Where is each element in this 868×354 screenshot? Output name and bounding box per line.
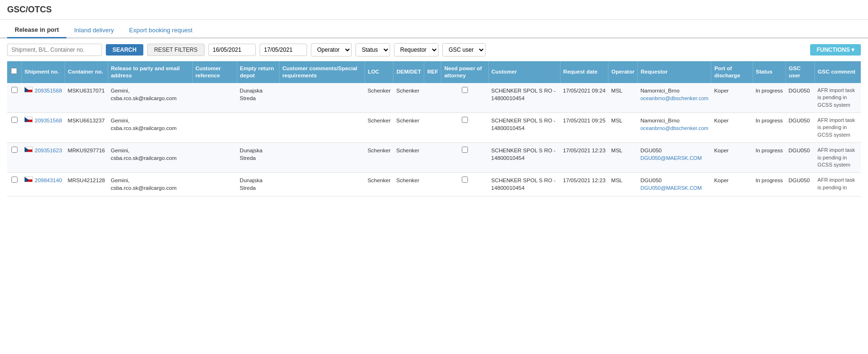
gsc-user-cell: DGU050 (786, 143, 815, 173)
requestor-cell: DGU050 DGU050@MAERSK.COM (637, 173, 711, 196)
shipment-no-link[interactable]: 209351568 (35, 87, 62, 94)
empty-return-cell: Dunajska Streda (237, 143, 279, 173)
col-dem-det: DEM/DET (393, 61, 424, 83)
customer-comments-cell (279, 113, 364, 143)
need-poa-checkbox[interactable] (462, 117, 468, 123)
search-input[interactable] (7, 44, 102, 56)
row-checkbox[interactable] (11, 177, 18, 183)
operator-cell: MSL (608, 143, 638, 173)
dem-det-cell: Schenker (393, 173, 424, 196)
ref-cell (424, 143, 441, 173)
shipment-no-link[interactable]: 209843140 (35, 177, 62, 184)
customer-cell: SCHENKER SPOL S RO - 14800010454 (488, 173, 560, 196)
loc-cell: Schenker (364, 83, 393, 113)
col-customer-ref: Customer reference (192, 61, 237, 83)
requestor-select[interactable]: Requestor (394, 43, 439, 56)
empty-return-cell (237, 113, 279, 143)
row-checkbox-cell (7, 113, 21, 143)
request-date-cell: 17/05/2021 12:23 (560, 173, 608, 196)
col-request-date: Request date (560, 61, 608, 83)
operator-select[interactable]: Operator (311, 43, 352, 56)
port-discharge-cell: Koper (711, 113, 753, 143)
col-checkbox (7, 61, 21, 83)
requestor-email-link[interactable]: DGU050@MAERSK.COM (640, 185, 701, 191)
row-checkbox-cell (7, 143, 21, 173)
status-cell: In progress (753, 113, 786, 143)
status-text: In progress (756, 118, 783, 123)
tab-release-in-port[interactable]: Release in port (7, 22, 66, 38)
operator-cell: MSL (608, 173, 638, 196)
row-checkbox[interactable] (11, 87, 18, 93)
shipment-no-cell: 209351568 (21, 83, 65, 113)
release-party-cell: Gemini, csba.rco.sk@railcargo.com (108, 113, 192, 143)
customer-comments-cell (279, 173, 364, 196)
loc-cell: Schenker (364, 113, 393, 143)
flag-icon (24, 147, 33, 152)
table-row: 209843140 MRSU4212128 Gemini, csba.rco.s… (7, 173, 861, 196)
customer-comments-cell (279, 143, 364, 173)
col-operator: Operator (608, 61, 638, 83)
status-text: In progress (756, 88, 783, 93)
shipment-no-link[interactable]: 209351568 (35, 117, 62, 124)
container-no-cell: MSKU6317071 (65, 83, 108, 113)
select-all-checkbox[interactable] (11, 68, 17, 74)
gsc-comment-cell: AFR import task is pending in GCSS syste… (815, 83, 861, 113)
customer-comments-cell (279, 83, 364, 113)
need-poa-cell (441, 143, 488, 173)
table-row: 209351568 MSKU6613237 Gemini, csba.rco.s… (7, 113, 861, 143)
col-release-party: Release to party and email address (108, 61, 192, 83)
reset-filters-button[interactable]: RESET FILTERS (147, 44, 205, 56)
shipment-no-cell: 209843140 (21, 173, 65, 196)
container-no-cell: MSKU6613237 (65, 113, 108, 143)
status-select[interactable]: Status (355, 43, 390, 56)
need-poa-checkbox[interactable] (462, 87, 468, 93)
date-from-input[interactable] (208, 44, 256, 56)
main-table: Shipment no. Container no. Release to pa… (7, 61, 861, 196)
port-discharge-cell: Koper (711, 173, 753, 196)
status-cell: In progress (753, 143, 786, 173)
requestor-cell: Namornici_Brno oceanbrno@dbschenker.com (637, 113, 711, 143)
requestor-email-link[interactable]: oceanbrno@dbschenker.com (640, 95, 708, 101)
status-text: In progress (756, 148, 783, 153)
col-loc: LOC (364, 61, 393, 83)
functions-button[interactable]: FUNCTIONS ▾ (810, 44, 861, 56)
release-party-cell: Gemini, csba.rco.sk@railcargo.com (108, 173, 192, 196)
table-row: 209351623 MRKU9297716 Gemini, csba.rco.s… (7, 143, 861, 173)
row-checkbox[interactable] (11, 117, 18, 123)
need-poa-checkbox[interactable] (462, 177, 468, 183)
requestor-email-link[interactable]: oceanbrno@dbschenker.com (640, 125, 708, 131)
shipment-no-link[interactable]: 209351623 (35, 147, 62, 154)
requestor-email-link[interactable]: DGU050@MAERSK.COM (640, 155, 701, 161)
loc-cell: Schenker (364, 173, 393, 196)
table-container: Shipment no. Container no. Release to pa… (0, 61, 868, 196)
requestor-name: DGU050 (640, 147, 708, 154)
flag-icon (24, 117, 33, 122)
need-poa-checkbox[interactable] (462, 147, 468, 153)
search-button[interactable]: SEARCH (106, 44, 143, 56)
empty-return-cell: Dunajska Streda (237, 83, 279, 113)
col-need-poa: Need power of attorney (441, 61, 488, 83)
release-party-cell: Gemini, csba.rco.sk@railcargo.com (108, 83, 192, 113)
container-no-cell: MRKU9297716 (65, 143, 108, 173)
requestor-cell: Namornici_Brno oceanbrno@dbschenker.com (637, 83, 711, 113)
page-title: GSC/OTCS (0, 0, 868, 20)
port-discharge-cell: Koper (711, 143, 753, 173)
customer-ref-cell (192, 113, 237, 143)
row-checkbox[interactable] (11, 147, 18, 153)
request-date-cell: 17/05/2021 09:24 (560, 83, 608, 113)
col-customer-comments: Customer comments/Special requirements (279, 61, 364, 83)
tab-export-booking[interactable]: Export booking request (121, 22, 200, 37)
table-row: 209351568 MSKU6317071 Gemini, csba.rco.s… (7, 83, 861, 113)
request-date-cell: 17/05/2021 12:23 (560, 143, 608, 173)
operator-cell: MSL (608, 83, 638, 113)
col-container-no: Container no. (65, 61, 108, 83)
customer-cell: SCHENKER SPOL S RO - 14800010454 (488, 143, 560, 173)
status-cell: In progress (753, 83, 786, 113)
gsc-user-cell: DGU050 (786, 173, 815, 196)
gsc-user-select[interactable]: GSC user (442, 43, 485, 56)
tab-inland-delivery[interactable]: Inland delivery (66, 22, 121, 37)
date-to-input[interactable] (260, 44, 307, 56)
loc-cell: Schenker (364, 143, 393, 173)
gsc-user-cell: DGU050 (786, 83, 815, 113)
shipment-no-cell: 209351623 (21, 143, 65, 173)
